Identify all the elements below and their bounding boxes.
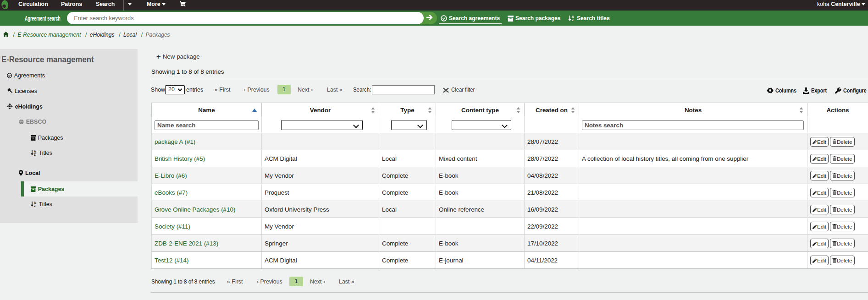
svg-text:Z: Z — [34, 204, 36, 207]
svg-text:Z: Z — [34, 153, 36, 156]
svg-text:Z: Z — [572, 18, 574, 22]
svg-text:A: A — [572, 15, 574, 18]
